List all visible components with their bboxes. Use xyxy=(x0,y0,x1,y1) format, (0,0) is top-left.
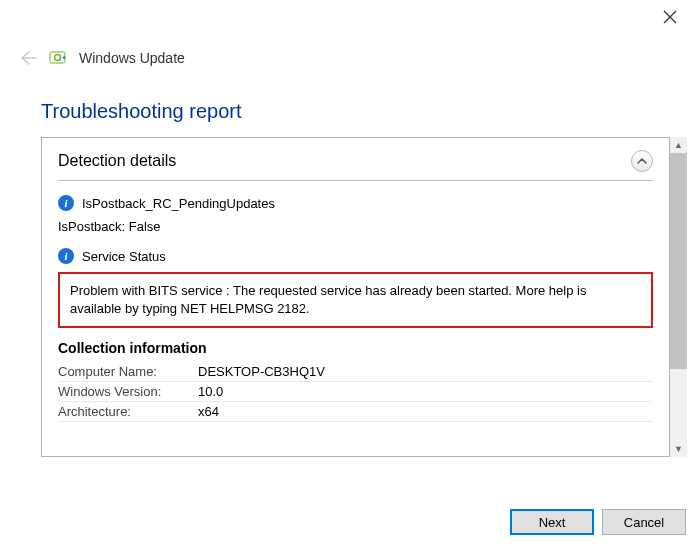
scrollbar-thumb[interactable] xyxy=(670,153,687,441)
scroll-down-arrow-icon[interactable]: ▼ xyxy=(674,441,683,457)
vertical-scrollbar[interactable]: ▲ ▼ xyxy=(670,137,687,457)
error-text: Problem with BITS service : The requeste… xyxy=(70,283,586,316)
detection-item: i Service Status xyxy=(58,248,653,264)
detection-section-title: Detection details xyxy=(58,152,176,170)
window-title: Windows Update xyxy=(79,50,185,66)
close-icon[interactable] xyxy=(655,4,685,33)
footer-buttons: Next Cancel xyxy=(510,509,686,535)
collection-row: Computer Name: DESKTOP-CB3HQ1V xyxy=(58,364,653,382)
scroll-up-arrow-icon[interactable]: ▲ xyxy=(674,137,683,153)
page-title: Troubleshooting report xyxy=(0,70,700,137)
info-icon: i xyxy=(58,248,74,264)
postback-status: IsPostback: False xyxy=(58,219,653,234)
computer-name-label: Computer Name: xyxy=(58,364,198,379)
troubleshooter-window: Windows Update Troubleshooting report De… xyxy=(0,0,700,549)
collection-row: Windows Version: 10.0 xyxy=(58,384,653,402)
collapse-chevron-up-icon[interactable] xyxy=(631,150,653,172)
details-panel: Detection details i IsPostback_RC_Pendin… xyxy=(41,137,670,457)
detection-section-header: Detection details xyxy=(58,150,653,181)
collection-row: Architecture: x64 xyxy=(58,404,653,422)
error-message-box: Problem with BITS service : The requeste… xyxy=(58,272,653,328)
computer-name-value: DESKTOP-CB3HQ1V xyxy=(198,364,653,379)
cancel-button[interactable]: Cancel xyxy=(602,509,686,535)
info-icon: i xyxy=(58,195,74,211)
details-area: Detection details i IsPostback_RC_Pendin… xyxy=(41,137,687,457)
header-bar: Windows Update xyxy=(0,0,700,70)
next-button[interactable]: Next xyxy=(510,509,594,535)
architecture-value: x64 xyxy=(198,404,653,419)
windows-version-label: Windows Version: xyxy=(58,384,198,399)
windows-update-icon xyxy=(49,50,69,66)
detection-item: i IsPostback_RC_PendingUpdates xyxy=(58,195,653,211)
architecture-label: Architecture: xyxy=(58,404,198,419)
detection-item-label: Service Status xyxy=(82,249,166,264)
detection-item-label: IsPostback_RC_PendingUpdates xyxy=(82,196,275,211)
back-arrow-icon[interactable] xyxy=(15,46,39,70)
windows-version-value: 10.0 xyxy=(198,384,653,399)
collection-section-title: Collection information xyxy=(58,340,653,356)
